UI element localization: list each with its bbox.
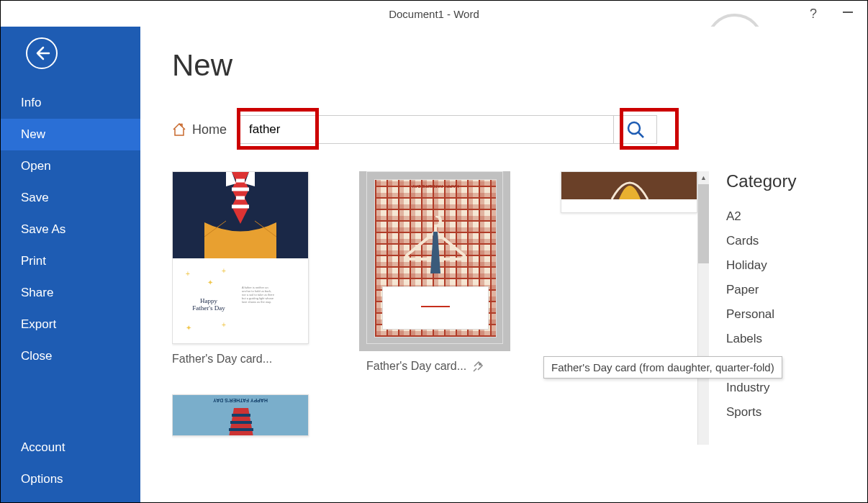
sidebar-item-open[interactable]: Open xyxy=(1,150,140,182)
sidebar-item-options[interactable]: Options xyxy=(1,463,140,495)
category-item[interactable]: Personal xyxy=(726,302,838,327)
svg-point-4 xyxy=(479,363,482,366)
scroll-thumb[interactable] xyxy=(698,184,709,263)
sidebar-item-new[interactable]: New xyxy=(1,119,140,150)
category-item[interactable]: A2 xyxy=(726,204,838,229)
sidebar-item-share[interactable]: Share xyxy=(1,277,140,309)
svg-point-3 xyxy=(434,237,437,240)
sidebar-item-account[interactable]: Account xyxy=(1,432,140,463)
content-area: New Home xyxy=(140,27,867,502)
category-item[interactable]: Holiday xyxy=(726,253,838,278)
pin-icon[interactable] xyxy=(472,361,484,372)
sidebar-item-info[interactable]: Info xyxy=(1,87,140,119)
template-card-text: Happy Father's Day xyxy=(178,297,239,312)
home-link[interactable]: Home xyxy=(172,122,227,137)
category-item[interactable]: Industry xyxy=(726,376,838,400)
category-item[interactable]: Paper xyxy=(726,278,838,302)
category-panel: Category A2 Cards Holiday Paper Personal… xyxy=(709,171,838,445)
search-input[interactable] xyxy=(240,115,614,144)
template-thumbnail: + ✦ + ✦ + Happy Father's Day A father is… xyxy=(172,171,309,344)
sidebar-item-close[interactable]: Close xyxy=(1,340,140,372)
home-label: Home xyxy=(192,122,227,137)
help-button[interactable]: ? xyxy=(810,6,817,22)
tooltip: Father's Day card (from daughter, quarte… xyxy=(543,356,782,379)
template-label: Father's Day card... xyxy=(172,353,309,366)
template-card[interactable]: HAPPY FATHER'S DAY xyxy=(172,394,309,436)
sidebar-item-print[interactable]: Print xyxy=(1,245,140,277)
vertical-scrollbar[interactable]: ▲ xyxy=(697,171,709,445)
back-button[interactable] xyxy=(26,37,58,69)
sidebar-item-save-as[interactable]: Save As xyxy=(1,214,140,245)
template-inner-text: HAPPY FATHER'S DAY xyxy=(412,184,459,189)
template-card[interactable]: + ✦ + ✦ + Happy Father's Day A father is… xyxy=(172,171,309,373)
sidebar-item-export[interactable]: Export xyxy=(1,309,140,340)
templates-scroll-area: + ✦ + ✦ + Happy Father's Day A father is… xyxy=(172,171,709,445)
minimize-button[interactable] xyxy=(843,12,853,13)
template-inner-text: HAPPY FATHER'S DAY xyxy=(213,398,268,403)
category-title: Category xyxy=(726,171,838,191)
backstage-sidebar: Info New Open Save Save As Print Share E… xyxy=(1,27,140,502)
category-item[interactable]: Cards xyxy=(726,229,838,253)
page-heading: New xyxy=(172,48,838,83)
template-thumbnail: HAPPY FATHER'S DAY xyxy=(366,171,503,344)
sidebar-item-save[interactable]: Save xyxy=(1,182,140,214)
scroll-up-icon[interactable]: ▲ xyxy=(698,171,709,184)
search-button[interactable] xyxy=(614,115,657,144)
search-row: Home xyxy=(172,115,838,144)
template-label: Father's Day card... xyxy=(366,360,466,373)
search-icon xyxy=(626,120,645,139)
template-card-selected[interactable]: HAPPY FATHER'S DAY Father's Day card. xyxy=(366,171,503,373)
template-card[interactable] xyxy=(561,171,697,373)
title-bar: Document1 - Word ? xyxy=(1,1,867,27)
template-thumbnail: HAPPY FATHER'S DAY xyxy=(172,394,309,436)
svg-point-2 xyxy=(628,122,640,134)
template-thumbnail xyxy=(561,171,697,213)
category-item[interactable]: Sports xyxy=(726,400,838,425)
category-item[interactable]: Labels xyxy=(726,327,838,351)
home-icon xyxy=(172,122,186,137)
